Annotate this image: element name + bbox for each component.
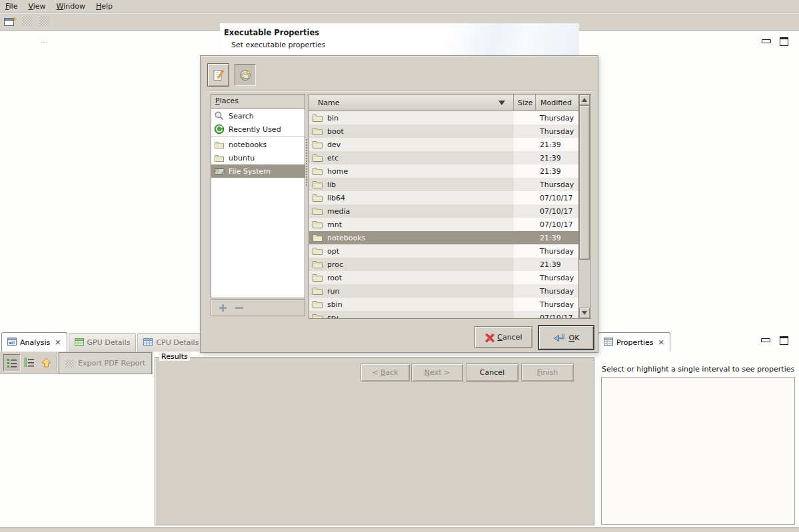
properties-empty-box [601,377,795,525]
cpu-details-icon [143,338,153,348]
menu-help[interactable]: Help [91,1,118,13]
places-panel: Places Search Recently Used notebooks [211,94,305,298]
folder-icon [312,206,323,216]
file-row[interactable]: proc21:39 [309,258,578,271]
file-list-scrollbar[interactable] [578,95,590,318]
ok-arrow-icon [553,333,566,343]
places-item-recently-used[interactable]: Recently Used [211,123,305,136]
folder-icon [312,127,323,136]
promote-up-arrow-icon[interactable] [39,354,53,370]
analysis-content-panel [0,374,153,527]
file-row[interactable]: lib6407/10/17 [309,191,578,204]
folder-icon [312,113,323,123]
folder-icon [312,153,323,162]
folder-icon [312,180,323,189]
back-button[interactable]: < Back [361,364,410,382]
cancel-x-icon [484,333,494,342]
file-row[interactable]: rootThursday [309,271,578,284]
file-row[interactable]: srv07/10/17 [309,311,578,318]
folder-icon [312,233,323,242]
wizard-button-bar: < Back Next > Cancel Finish [220,358,579,386]
file-row[interactable]: home21:39 [309,164,578,178]
properties-maximize-icon[interactable] [780,336,788,345]
scroll-up-icon[interactable] [579,95,590,105]
folder-icon [312,166,323,176]
app-window: { "icons": {"close": "✕", "overflow_dots… [0,0,799,532]
add-place-icon[interactable] [219,304,227,312]
file-row[interactable]: mnt07/10/17 [309,218,578,231]
file-list-header: Name Size Modified [309,95,578,111]
chooser-cancel-button[interactable]: Cancel [474,326,532,348]
recently-used-icon [214,124,225,134]
wizard-cancel-button[interactable]: Cancel [466,364,518,382]
toolbar-separator [57,354,57,371]
scrollbar-thumb[interactable] [579,105,590,260]
new-session-icon[interactable]: + [4,16,17,27]
properties-tabstrip: Properties ✕ [598,333,672,352]
folder-icon [312,260,323,269]
properties-minimize-icon[interactable] [761,338,770,342]
places-item-file-system[interactable]: File System [211,164,305,178]
file-row[interactable]: etc21:39 [309,151,578,164]
places-separator [211,136,305,137]
maximize-icon[interactable] [780,37,788,46]
column-header-name[interactable]: Name [309,95,514,111]
tab-analysis-close-icon[interactable]: ✕ [55,338,61,347]
folder-icon [312,286,323,296]
analysis-toolbar: Export PDF Report [0,352,153,374]
toolbar-overflow-dots: ... [41,37,49,44]
file-list-body: binThursdaybootThursdaydev21:39etc21:39h… [309,111,578,318]
folder-icon [214,154,225,162]
file-chooser-dialog: Places Search Recently Used notebooks [200,55,598,353]
column-header-modified[interactable]: Modified [536,95,578,111]
places-add-remove-bar [211,299,305,316]
next-button[interactable]: Next > [411,364,463,382]
wizard-subtitle: Set executable properties [231,41,326,49]
results-group-label: Results [159,352,190,361]
file-row[interactable]: libThursday [309,178,578,191]
finish-button[interactable]: Finish [521,364,574,382]
places-item-notebooks[interactable]: notebooks [211,138,305,151]
file-row[interactable]: media07/10/17 [309,204,578,218]
remove-place-icon[interactable] [235,307,243,309]
folder-icon [312,313,323,318]
properties-message: Select or highlight a single interval to… [602,365,794,374]
menu-bar: File View Window Help [0,0,799,13]
export-pdf-icon [65,360,74,368]
file-row[interactable]: bootThursday [309,125,578,138]
tab-analysis[interactable]: Analysis ✕ [1,332,67,352]
menu-view[interactable]: View [23,1,51,13]
status-bar [0,527,799,532]
tab-gpu-details[interactable]: GPU Details [69,333,137,352]
file-row[interactable]: notebooks21:39 [309,231,578,244]
analysis-icon [7,338,17,348]
minimize-icon[interactable] [762,39,771,43]
menu-window[interactable]: Window [51,1,91,13]
menu-file[interactable]: File [0,1,23,13]
create-folder-button[interactable] [235,64,256,86]
open-session-icon-disabled [22,16,32,26]
chooser-ok-button[interactable]: OK [538,325,594,350]
scroll-down-icon[interactable] [579,308,590,318]
file-row[interactable]: runThursday [309,284,578,298]
places-item-search[interactable]: Search [211,109,305,123]
file-list: Name Size Modified binThursdaybootThursd… [309,94,591,319]
file-row[interactable]: binThursday [309,111,578,125]
analysis-list-view-icon[interactable] [3,354,21,372]
export-pdf-report-button[interactable]: Export PDF Report [59,352,152,374]
tab-cpu-details[interactable]: CPU Details [137,333,205,352]
type-filename-button[interactable] [207,63,229,87]
column-header-size[interactable]: Size [514,95,536,111]
analysis-guided-view-icon[interactable] [21,354,37,370]
file-row[interactable]: sbinThursday [309,298,578,311]
search-icon [214,111,225,121]
places-item-ubuntu[interactable]: ubuntu [211,151,305,164]
sort-descending-icon [498,101,505,105]
tab-properties-close-icon[interactable]: ✕ [658,338,664,347]
file-row[interactable]: dev21:39 [309,138,578,151]
tab-properties[interactable]: Properties ✕ [598,332,670,352]
places-header[interactable]: Places [211,95,305,109]
file-row[interactable]: optThursday [309,244,578,258]
wizard-header: Executable Properties Set executable pro… [220,23,579,56]
drive-icon [214,167,225,176]
